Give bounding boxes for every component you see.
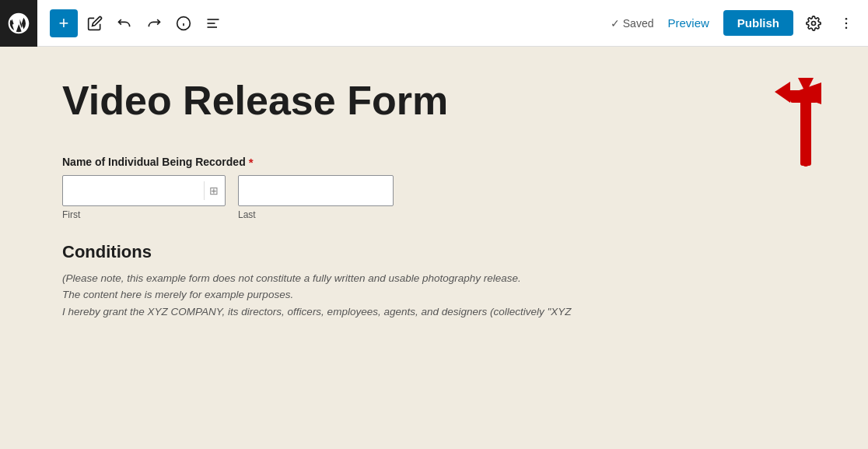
svg-rect-12 <box>800 92 811 166</box>
toolbar: + <box>0 0 868 47</box>
info-icon <box>176 16 191 31</box>
saved-indicator: ✓ Saved <box>611 17 654 30</box>
edit-button[interactable] <box>82 11 107 36</box>
name-inputs-row: ⊞ First Last <box>62 175 806 220</box>
last-name-wrapper: Last <box>238 175 394 220</box>
name-field-section: Name of Individual Being Recorded * ⊞ Fi… <box>62 156 806 220</box>
svg-marker-14 <box>775 82 790 103</box>
svg-point-7 <box>845 17 848 19</box>
ellipsis-icon <box>838 16 854 31</box>
name-field-label: Name of Individual Being Recorded * <box>62 156 806 169</box>
svg-rect-13 <box>790 92 817 103</box>
wordpress-logo <box>0 0 37 47</box>
input-grid-icon: ⊞ <box>204 181 219 200</box>
outline-icon <box>205 16 221 31</box>
conditions-section: Conditions (Please note, this example fo… <box>62 242 806 321</box>
pencil-icon <box>87 16 103 31</box>
publish-button[interactable]: Publish <box>723 10 793 36</box>
first-name-input[interactable]: ⊞ <box>62 175 226 206</box>
last-name-label: Last <box>238 209 394 220</box>
preview-button[interactable]: Preview <box>661 13 715 33</box>
redo-icon <box>146 16 162 31</box>
content-area: Video Release Form Name of Individual Be… <box>0 47 868 449</box>
last-name-input[interactable] <box>238 175 394 206</box>
required-star: * <box>249 156 254 169</box>
undo-button[interactable] <box>112 11 137 36</box>
info-button[interactable] <box>171 11 196 36</box>
gear-icon <box>806 16 821 31</box>
conditions-text: (Please note, this example form does not… <box>62 270 607 321</box>
checkmark-icon: ✓ <box>611 17 620 30</box>
add-block-button[interactable]: + <box>50 9 78 37</box>
svg-point-6 <box>812 21 816 25</box>
conditions-title: Conditions <box>62 242 806 262</box>
first-name-wrapper: ⊞ First <box>62 175 226 220</box>
saved-text: Saved <box>623 17 654 30</box>
toolbar-left: + <box>50 9 604 37</box>
page-title: Video Release Form <box>62 78 669 125</box>
wp-logo-icon <box>6 11 31 36</box>
first-name-label: First <box>62 209 226 220</box>
svg-point-8 <box>845 22 848 24</box>
more-options-button[interactable] <box>834 11 859 36</box>
svg-point-9 <box>845 26 848 29</box>
redo-button[interactable] <box>142 11 166 36</box>
red-arrow-graphic <box>751 70 821 171</box>
undo-icon <box>117 16 132 31</box>
settings-button[interactable] <box>801 11 826 36</box>
toolbar-right: ✓ Saved Preview Publish <box>611 10 859 36</box>
outline-button[interactable] <box>201 11 226 36</box>
